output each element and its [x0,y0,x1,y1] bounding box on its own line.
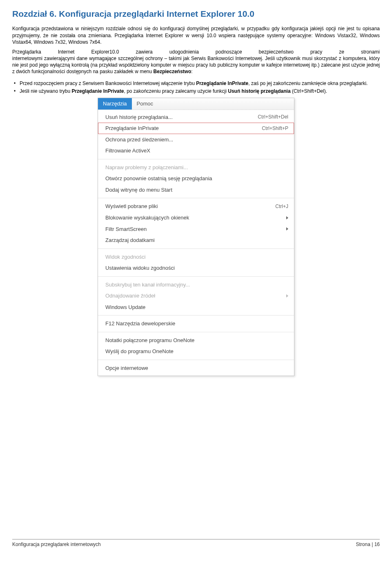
menu-smartscreen[interactable]: Filtr SmartScreen [98,224,294,235]
menu-item-label: Opcje internetowe [105,365,288,372]
footer-left: Konfiguracja przeglądarek internetowych [12,541,101,548]
menu-item-label: Otwórz ponownie ostatnią sesję przegląda… [105,175,288,182]
menu-group-4: Widok zgodności Ustawienia widoku zgodno… [98,250,294,275]
menu-group-2: Napraw problemy z połączeniami... Otwórz… [98,160,294,197]
menu-item-label: Wyślij do programu OneNote [105,348,288,355]
bullet-2-bold: Przeglądanie InPrivate [71,88,124,94]
bullet-2: Jeśli nie używano trybu Przeglądanie InP… [12,88,380,94]
menu-item-label: Ustawienia widoku zgodności [105,264,288,272]
menu-item-label: Blokowanie wyskakujących okienek [105,214,278,222]
menu-group-8: Opcje internetowe [98,361,294,376]
bullet-1-c: , zaś po jej zakończeniu zamknięcie okna… [248,81,368,86]
menu-separator [98,315,294,316]
page-footer: Konfiguracja przeglądarek internetowych … [12,539,380,548]
bullet-1: Przed rozpoczęciem pracy z Serwisem Bank… [12,80,380,87]
menu-item-label: Notatki połączone programu OneNote [105,337,288,344]
menu-internet-options[interactable]: Opcje internetowe [98,363,294,374]
menu-compat-view: Widok zgodności [98,251,294,263]
menu-item-label: F12 Narzędzia deweloperskie [105,320,288,327]
menu-item-label: Widok zgodności [105,253,288,261]
menu-separator [98,198,294,198]
menu-item-label: Windows Update [105,304,288,311]
menu-f12-devtools[interactable]: F12 Narzędzia deweloperskie [98,318,294,329]
menu-item-shortcut: Ctrl+Shift+P [262,125,288,132]
menu-compat-settings[interactable]: Ustawienia widoku zgodności [98,262,294,274]
chevron-right-icon [286,216,288,219]
menu-onenote-linked[interactable]: Notatki połączone programu OneNote [98,335,294,346]
bullet-1-bold: Przeglądanie InPrivate [196,81,248,86]
menu-send-to-onenote[interactable]: Wyślij do programu OneNote [98,346,294,357]
bullet-list: Przed rozpoczęciem pracy z Serwisem Bank… [12,80,380,94]
menu-separator [98,276,294,277]
bullet-2-e: (Ctrl+Shift+Del). [291,88,327,94]
menu-inprivate[interactable]: Przeglądanie InPrivate Ctrl+Shift+P [98,123,294,134]
paragraph-2-rest-c: : [191,69,192,74]
menu-reopen-session[interactable]: Otwórz ponownie ostatnią sesję przegląda… [98,173,294,184]
menu-item-label: Zarządzaj dodatkami [105,237,288,244]
menu-item-label: Wyświetl pobrane pliki [105,203,267,210]
bullet-2-bold2: Usuń historię przeglądania [228,88,290,94]
menu-group-7: Notatki połączone programu OneNote Wyśli… [98,333,294,359]
bullet-2-a: Jeśli nie używano trybu [20,88,71,94]
menu-item-label: Odnajdowanie źródeł [105,292,278,300]
menu-group-3: Wyświetl pobrane pliki Ctrl+J Blokowanie… [98,199,294,247]
menu-item-shortcut: Ctrl+Shift+Del [258,114,288,120]
menu-fix-connection: Napraw problemy z połączeniami... [98,162,294,173]
bullet-1-a: Przed rozpoczęciem pracy z Serwisem Bank… [20,81,196,86]
menubar-tools[interactable]: Narzędzia [98,98,132,110]
menu-subscribe-feed: Subskrybuj ten kanał informacyjny... [98,279,294,291]
chevron-right-icon [286,227,288,231]
menu-item-label: Filtr SmartScreen [105,226,278,233]
menu-item-label: Dodaj witrynę do menu Start [105,186,288,194]
menu-group-6: F12 Narzędzia deweloperskie [98,316,294,331]
menu-separator [98,159,294,159]
menu-activex-filtering[interactable]: Filtrowanie ActiveX [98,145,294,157]
menu-item-label: Usuń historię przeglądania... [105,114,249,121]
menu-item-label: Przeglądanie InPrivate [105,125,254,132]
menu-manage-addons[interactable]: Zarządzaj dodatkami [98,235,294,246]
menu-item-shortcut: Ctrl+J [275,203,288,210]
paragraph-2-rest-a: internetowymi zawierającymi dane wymagaj… [12,56,380,74]
menu-separator [98,248,294,249]
paragraph-1: Konfiguracja przedstawiona w niniejszym … [12,25,380,45]
menu-item-label: Ochrona przed śledzeniem... [105,136,288,143]
footer-right: Strona | 16 [356,541,380,548]
menu-item-label: Subskrybuj ten kanał informacyjny... [105,281,288,289]
paragraph-2: Przeglądarka Internet Explorer10.0 zawie… [12,49,380,75]
menu-separator [98,332,294,332]
menu-delete-history[interactable]: Usuń historię przeglądania... Ctrl+Shift… [98,112,294,123]
menu-item-label: Filtrowanie ActiveX [105,147,288,154]
menu-view-downloads[interactable]: Wyświetl pobrane pliki Ctrl+J [98,201,294,212]
paragraph-2-bold: Bezpieczeństwo [154,69,192,74]
menu-tracking-protection[interactable]: Ochrona przed śledzeniem... [98,134,294,145]
menu-group-5: Subskrybuj ten kanał informacyjny... Odn… [98,278,294,315]
menu-separator [98,360,294,360]
bullet-2-c: , po zakończeniu pracy zalecamy użycie f… [124,88,228,94]
menu-windows-update[interactable]: Windows Update [98,302,294,313]
tools-menu-screenshot: Narzędzia Pomoc Usuń historię przeglądan… [98,98,294,376]
menu-feed-discovery: Odnajdowanie źródeł [98,290,294,302]
menu-item-label: Napraw problemy z połączeniami... [105,164,288,171]
chapter-heading: Rozdział 6. Konfiguracja przeglądarki In… [12,8,380,20]
menu-bar: Narzędzia Pomoc [98,98,294,110]
menubar-help[interactable]: Pomoc [132,98,158,110]
menu-popup-blocker[interactable]: Blokowanie wyskakujących okienek [98,212,294,224]
chevron-right-icon [286,294,288,298]
menu-group-1: Usuń historię przeglądania... Ctrl+Shift… [98,110,294,158]
menu-add-to-start[interactable]: Dodaj witrynę do menu Start [98,184,294,196]
paragraph-2-lead: Przeglądarka Internet Explorer10.0 zawie… [12,49,380,55]
